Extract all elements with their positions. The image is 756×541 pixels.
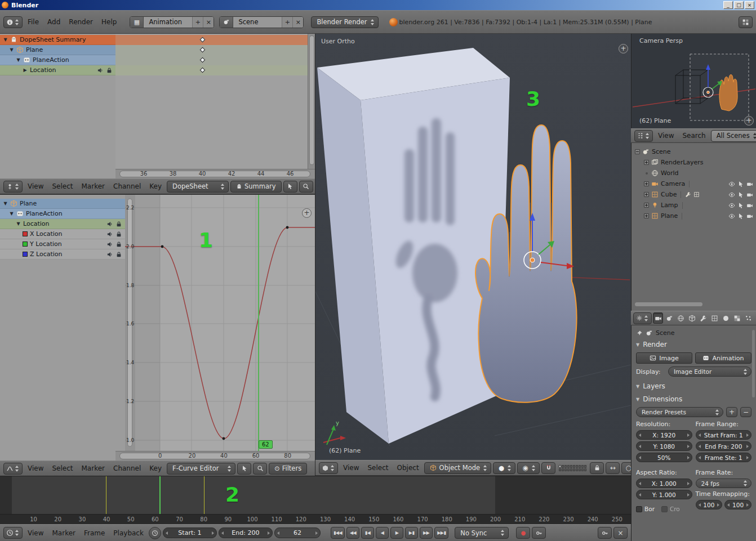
channel-location[interactable]: ▶ Location bbox=[0, 65, 115, 75]
menu-frame[interactable]: Frame bbox=[81, 529, 108, 537]
pivot-point-dropdown[interactable]: ◉ bbox=[517, 462, 540, 474]
end-frame-field[interactable]: End: 200 bbox=[219, 527, 273, 538]
dopesheet-keyframe-area[interactable] bbox=[115, 34, 308, 169]
channel-location-group[interactable]: ▼ Location bbox=[0, 219, 125, 229]
camera-canvas[interactable] bbox=[632, 34, 756, 128]
tab-world[interactable] bbox=[675, 312, 686, 324]
jump-to-start-button[interactable]: ▮◀◀ bbox=[331, 527, 345, 539]
menu-file[interactable]: File bbox=[24, 18, 42, 26]
add-preset-button[interactable]: + bbox=[726, 407, 737, 417]
collapse-icon[interactable]: ▼ bbox=[636, 397, 639, 402]
visibility-eye-icon[interactable] bbox=[728, 202, 735, 209]
window-titlebar[interactable]: Blender _ □ × bbox=[0, 0, 756, 10]
menu-playback[interactable]: Playback bbox=[110, 529, 147, 537]
screen-layout-browse-icon[interactable]: ▦ bbox=[130, 17, 144, 28]
remap-new-field[interactable]: 100 bbox=[724, 500, 751, 509]
menu-view[interactable]: View bbox=[24, 464, 47, 472]
mute-speaker-icon[interactable] bbox=[97, 67, 104, 74]
menu-object[interactable]: Object bbox=[394, 464, 423, 472]
menu-view[interactable]: View bbox=[340, 464, 362, 472]
filters-button[interactable]: ⊙Filters bbox=[269, 463, 307, 475]
outliner-item-plane[interactable]: Plane bbox=[632, 211, 756, 221]
next-frame-button[interactable]: ▶▮ bbox=[405, 527, 418, 539]
fcurve-plot-area[interactable]: 2.2 2.0 1.8 1.6 1.4 1.2 1.0 bbox=[125, 195, 315, 451]
editor-type-button-3dview[interactable] bbox=[319, 462, 338, 474]
menu-add[interactable]: Add bbox=[44, 18, 64, 26]
lock-icon[interactable] bbox=[115, 241, 122, 248]
dopesheet-mode-dropdown[interactable]: DopeSheet bbox=[167, 181, 229, 193]
screen-layout-name[interactable]: Animation bbox=[144, 17, 192, 28]
lock-icon[interactable] bbox=[106, 67, 113, 74]
panel-expand-button[interactable]: + bbox=[302, 208, 312, 218]
menu-key[interactable]: Key bbox=[146, 182, 165, 190]
timeline-track[interactable] bbox=[0, 476, 631, 514]
menu-channel[interactable]: Channel bbox=[110, 464, 144, 472]
expand-icon[interactable]: ▼ bbox=[16, 57, 21, 62]
current-frame-line[interactable] bbox=[159, 476, 161, 514]
channel-y-location[interactable]: Y Location bbox=[0, 239, 125, 249]
scrollbar-handle[interactable] bbox=[309, 35, 314, 165]
renderability-camera-icon[interactable] bbox=[746, 181, 753, 187]
outliner-item-cube[interactable]: Cube bbox=[632, 189, 756, 200]
minimize-button[interactable]: _ bbox=[723, 1, 733, 9]
menu-marker[interactable]: Marker bbox=[48, 529, 78, 537]
renderability-camera-icon[interactable] bbox=[746, 213, 753, 220]
end-frame-field[interactable]: End Fra: 200 bbox=[696, 441, 752, 451]
selectability-cursor-icon[interactable] bbox=[737, 202, 744, 209]
expand-icon[interactable]: ▼ bbox=[16, 221, 21, 226]
outliner-item-camera[interactable]: Camera bbox=[632, 178, 756, 189]
panel-expand-button[interactable]: + bbox=[744, 116, 754, 126]
fcurve-mode-dropdown[interactable]: F-Curve Editor bbox=[167, 463, 235, 475]
zoom-button[interactable] bbox=[253, 463, 267, 475]
display-dropdown[interactable]: Image Editor bbox=[668, 366, 751, 377]
panel-header-render[interactable]: ▼Render bbox=[636, 339, 751, 350]
resolution-percentage-slider[interactable]: 50% bbox=[636, 453, 692, 462]
interaction-mode-dropdown[interactable]: Object Mode bbox=[424, 462, 491, 474]
fps-dropdown[interactable]: 24 fps bbox=[696, 479, 752, 488]
channel-x-location[interactable]: X Location bbox=[0, 229, 125, 239]
selectability-cursor-icon[interactable] bbox=[737, 181, 744, 187]
crop-checkbox[interactable] bbox=[661, 506, 668, 512]
layer-toggles[interactable] bbox=[559, 465, 586, 471]
menu-search[interactable]: Search bbox=[679, 132, 709, 140]
expand-icon[interactable] bbox=[644, 192, 649, 197]
collapse-icon[interactable] bbox=[635, 149, 640, 154]
border-checkbox[interactable] bbox=[636, 506, 642, 512]
expand-icon[interactable] bbox=[644, 213, 649, 218]
play-reverse-button[interactable]: ◀ bbox=[376, 527, 389, 539]
tab-object-data[interactable] bbox=[709, 312, 719, 324]
menu-channel[interactable]: Channel bbox=[110, 182, 144, 190]
snap-button[interactable] bbox=[541, 462, 555, 474]
scene-name[interactable]: Scene bbox=[233, 17, 282, 28]
mute-speaker-icon[interactable] bbox=[106, 221, 113, 227]
start-frame-field[interactable]: Start: 1 bbox=[163, 527, 217, 538]
lock-icon[interactable] bbox=[115, 221, 122, 227]
outliner-item-scene[interactable]: Scene bbox=[632, 146, 756, 157]
remove-preset-button[interactable]: − bbox=[740, 407, 751, 417]
visibility-eye-icon[interactable] bbox=[728, 181, 735, 187]
auto-keyframe-button[interactable]: ● bbox=[516, 527, 530, 539]
horizontal-scrollbar[interactable]: 363840424446 bbox=[115, 169, 315, 178]
visibility-eye-icon[interactable] bbox=[728, 191, 735, 198]
zoom-button[interactable] bbox=[299, 181, 313, 193]
frame-step-field[interactable]: Frame Ste: 1 bbox=[696, 453, 752, 462]
render-image-button[interactable]: Image bbox=[636, 352, 692, 364]
channel-plane[interactable]: ▼ Plane bbox=[0, 199, 125, 209]
screen-layout-selector[interactable]: ▦ Animation + × bbox=[130, 16, 214, 28]
prev-frame-button[interactable]: ▮◀ bbox=[361, 527, 374, 539]
menu-marker[interactable]: Marker bbox=[78, 464, 108, 472]
delete-keyframe-button[interactable]: × bbox=[613, 527, 628, 539]
vertical-scrollbar[interactable] bbox=[308, 34, 315, 169]
aspect-x-field[interactable]: X: 1.000 bbox=[636, 479, 692, 488]
expand-icon[interactable] bbox=[644, 160, 649, 165]
mute-speaker-icon[interactable] bbox=[106, 231, 113, 238]
delete-screen-layout-button[interactable]: × bbox=[203, 17, 214, 28]
tab-material[interactable] bbox=[721, 312, 731, 324]
renderability-camera-icon[interactable] bbox=[746, 202, 753, 209]
current-frame-field[interactable]: 62 bbox=[274, 527, 321, 538]
cube-object[interactable] bbox=[317, 48, 510, 444]
lock-icon[interactable] bbox=[115, 231, 122, 238]
tab-modifiers[interactable] bbox=[698, 312, 708, 324]
menu-marker[interactable]: Marker bbox=[78, 182, 108, 190]
panel-header-layers[interactable]: ▼Layers bbox=[636, 381, 751, 391]
